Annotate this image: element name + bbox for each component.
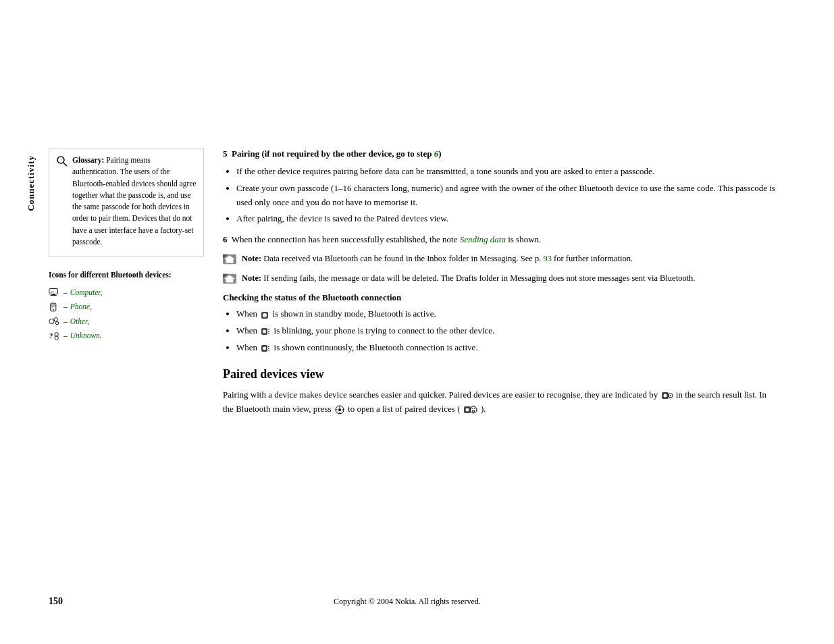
sidebar-label: Connectivity bbox=[26, 155, 36, 211]
step5-header: 5 Pairing (if not required by the other … bbox=[223, 149, 777, 159]
step6-italic: Sending data bbox=[460, 234, 506, 244]
step6-line: 6 When the connection has been successfu… bbox=[223, 233, 777, 247]
note2-text: Note: If sending fails, the message or d… bbox=[242, 272, 695, 285]
svg-point-32 bbox=[263, 347, 266, 350]
svg-line-49 bbox=[471, 408, 473, 409]
bt-blinking-icon bbox=[261, 327, 270, 336]
checking-bullet-3: When is shown continuously, the Bluetoot… bbox=[236, 341, 777, 355]
footer-copyright: Copyright © 2004 Nokia. All rights reser… bbox=[63, 597, 752, 607]
icon-row-other: – Other, bbox=[49, 315, 204, 329]
glossary-header: Glossary: Pairing means authentication. … bbox=[56, 155, 197, 248]
svg-point-41 bbox=[338, 408, 341, 411]
checking-bullets: When is shown in standby mode, Bluetooth… bbox=[236, 307, 777, 354]
left-column: Glossary: Pairing means authentication. … bbox=[49, 149, 204, 344]
svg-line-50 bbox=[474, 408, 475, 409]
svg-text:BT: BT bbox=[51, 290, 55, 294]
svg-line-1 bbox=[63, 163, 67, 166]
main-column: 5 Pairing (if not required by the other … bbox=[223, 149, 777, 416]
page-footer: 150 Copyright © 2004 Nokia. All rights r… bbox=[49, 596, 785, 607]
unknown-device-icon: ? bbox=[49, 331, 61, 341]
svg-rect-18 bbox=[226, 259, 234, 263]
svg-point-15 bbox=[55, 336, 58, 340]
section-title: Paired devices view bbox=[223, 367, 777, 381]
paired-list-icon bbox=[464, 406, 477, 414]
svg-point-25 bbox=[263, 313, 267, 317]
computer-device-icon: BT bbox=[49, 288, 61, 297]
bt-connected-icon bbox=[261, 344, 270, 352]
svg-point-12 bbox=[55, 322, 59, 325]
step5-bullet-3: After pairing, the device is saved to th… bbox=[236, 212, 777, 226]
phone-label: Phone, bbox=[70, 300, 92, 314]
step5-title: Pairing (if not required by the other de… bbox=[232, 149, 442, 159]
checking-bullet-1: When is shown in standby mode, Bluetooth… bbox=[236, 307, 777, 321]
other-device-icon bbox=[49, 317, 61, 326]
note1-box: Note: Data received via Bluetooth can be… bbox=[223, 252, 777, 265]
svg-point-37 bbox=[663, 394, 667, 397]
bt-active-icon bbox=[261, 311, 269, 319]
svg-point-47 bbox=[465, 408, 469, 411]
paired-desc: Pairing with a device makes device searc… bbox=[223, 388, 777, 417]
svg-point-8 bbox=[53, 309, 54, 311]
step6-num: 6 bbox=[223, 234, 228, 244]
menu-key-icon bbox=[335, 405, 344, 414]
glossary-text: Pairing means authentication. The users … bbox=[72, 156, 197, 246]
svg-text:?: ? bbox=[49, 331, 53, 340]
glossary-box: Glossary: Pairing means authentication. … bbox=[49, 149, 204, 257]
icon-row-phone: BT – Phone, bbox=[49, 300, 204, 314]
note2-icon bbox=[223, 273, 236, 284]
step5-bullets: If the other device requires pairing bef… bbox=[236, 165, 777, 226]
unknown-label: Unknown. bbox=[70, 329, 102, 343]
svg-point-51 bbox=[472, 410, 474, 412]
svg-point-11 bbox=[54, 318, 57, 321]
svg-line-33 bbox=[268, 346, 269, 347]
svg-point-39 bbox=[670, 395, 671, 396]
note2-box: Note: If sending fails, the message or d… bbox=[223, 272, 777, 285]
glossary-icon bbox=[56, 155, 68, 167]
computer-label: Computer, bbox=[70, 286, 103, 300]
svg-text:BT: BT bbox=[51, 306, 55, 308]
page: Connectivity Glossary: Pairing means aut… bbox=[0, 0, 834, 644]
icons-title: Icons for different Bluetooth devices: bbox=[49, 269, 204, 282]
glossary-title-bold: Glossary: Pairing means authentication. … bbox=[72, 155, 197, 248]
step5-num: 5 bbox=[223, 149, 228, 159]
other-label: Other, bbox=[70, 315, 89, 329]
phone-device-icon: BT bbox=[49, 302, 61, 312]
svg-line-28 bbox=[268, 329, 269, 330]
checking-bullet-2: When is blinking, your phone is trying t… bbox=[236, 324, 777, 338]
svg-point-0 bbox=[57, 157, 64, 163]
svg-point-10 bbox=[49, 319, 54, 324]
icon-row-unknown: ? – Unknown. bbox=[49, 329, 204, 343]
icons-section: Icons for different Bluetooth devices: B… bbox=[49, 269, 204, 343]
step5-bullet-1: If the other device requires pairing bef… bbox=[236, 165, 777, 179]
svg-point-14 bbox=[55, 333, 58, 336]
step5-bullet-2: Create your own passcode (1–16 character… bbox=[236, 182, 777, 210]
svg-line-35 bbox=[268, 350, 269, 351]
checking-title: Checking the status of the Bluetooth con… bbox=[223, 292, 777, 303]
note1-page-link: 93 bbox=[543, 254, 552, 263]
note1-text: Note: Data received via Bluetooth can be… bbox=[242, 252, 633, 265]
note1-icon bbox=[223, 254, 236, 265]
paired-indicator-icon bbox=[662, 392, 673, 400]
svg-rect-22 bbox=[226, 279, 234, 282]
icon-row-computer: BT – Computer, bbox=[49, 286, 204, 300]
svg-point-27 bbox=[263, 330, 266, 333]
svg-line-30 bbox=[268, 333, 269, 334]
page-number: 150 bbox=[49, 596, 63, 607]
